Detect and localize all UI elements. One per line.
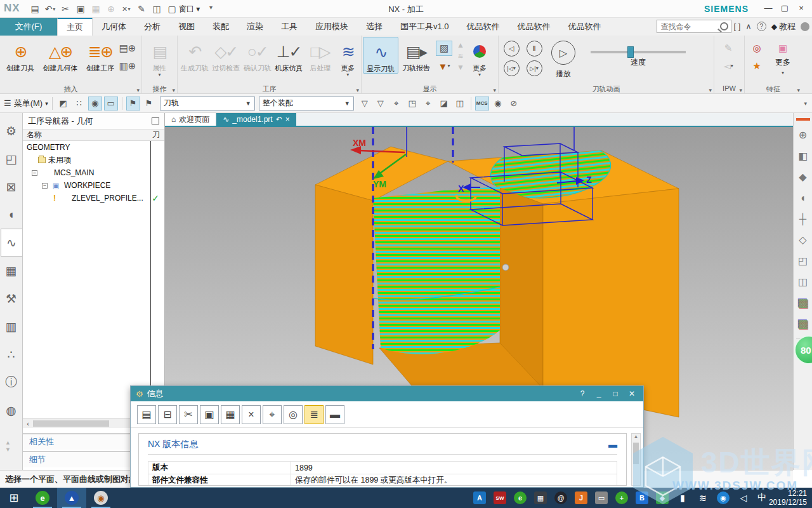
qr-thumbnail-1[interactable]: ▩ [796, 292, 811, 313]
feature-box-icon[interactable]: ▣ [775, 41, 791, 56]
tutorial-button[interactable]: ◆教程 [771, 21, 796, 32]
create-tool-button[interactable]: ⊕ 创建刀具 [1, 37, 39, 72]
help-icon[interactable]: ? [757, 22, 766, 31]
properties-button[interactable]: ▤ 属性 ▾ [143, 37, 176, 77]
feature-teach-icon[interactable]: ★ [749, 58, 765, 74]
collapse-icon[interactable]: − [42, 183, 48, 189]
battery-tray-icon[interactable]: ▮ [676, 491, 689, 504]
create-tool-icon[interactable]: ⊕ [796, 124, 811, 145]
safe-eye-tray-icon[interactable]: ◉ [717, 491, 730, 504]
go-start-icon[interactable]: |◁▾ [504, 60, 520, 76]
shaded-view-icon[interactable]: ◪ [437, 97, 451, 110]
at-tray-icon[interactable]: @ [554, 491, 567, 504]
pause-icon[interactable]: Ⅱ [527, 41, 542, 57]
word-wrap-icon[interactable]: ≣ [304, 405, 324, 424]
info-window-titlebar[interactable]: ⚙ 信息 ? _ □ ✕ [131, 386, 643, 401]
scrollbar-thumb[interactable] [633, 443, 639, 464]
fullscreen-icon[interactable]: [ ] [733, 22, 740, 31]
item[interactable]: 几何体 [93, 18, 135, 36]
gouge-check-button[interactable]: ◇✓ 过切检查 [210, 37, 241, 72]
tree-row-mcs-main[interactable]: − ∠ MCS_MAIN [23, 166, 164, 179]
item[interactable]: 分析 [135, 18, 169, 36]
display-tray-icon[interactable]: ▦ [534, 491, 547, 504]
item[interactable]: 优品软件 [509, 18, 560, 36]
capture-region-icon[interactable]: ⌖ [390, 97, 403, 110]
information-window[interactable]: ⚙ 信息 ? _ □ ✕ ▤⊟✂▣▦×⌖◎≣▬ NX 版本信息 ▬ 版本 189… [130, 385, 644, 488]
bounding-body-icon[interactable]: ◇ [796, 229, 811, 250]
item[interactable]: 视图 [169, 18, 204, 36]
close-tab-icon[interactable]: × [285, 115, 290, 124]
reload-icon[interactable]: ↶ [276, 115, 282, 124]
tree-row-workpiece[interactable]: − ▣ WORKPIECE [23, 179, 164, 192]
ball-snap-icon[interactable]: ◉ [88, 97, 102, 110]
roles-gear-icon[interactable]: ⚙ [1, 117, 22, 145]
column-header-name[interactable]: 名称 [23, 130, 150, 140]
item[interactable]: 主页 [57, 18, 93, 36]
tab-welcome-page[interactable]: ⌂ 欢迎页面 [165, 113, 216, 126]
point-target-icon[interactable]: ⌖ [421, 97, 435, 110]
pin-purple-icon[interactable]: ⚑ [142, 97, 156, 110]
item[interactable]: 渲染 [238, 18, 272, 36]
info-help-icon[interactable]: ? [576, 389, 589, 398]
box-target-icon[interactable]: ◳ [405, 97, 419, 110]
constraint-navigator-icon[interactable]: ⊠ [1, 173, 22, 201]
info-restore-icon[interactable]: □ [609, 389, 622, 398]
close-button[interactable]: × [793, 0, 809, 15]
tab-model1[interactable]: ∿ _model1.prt ↶ × [216, 113, 296, 126]
save-info-icon[interactable]: ▤ [137, 405, 156, 424]
item[interactable]: 优品软件 [560, 18, 610, 36]
java-tray-icon[interactable]: J [575, 491, 587, 504]
display-more-button[interactable]: 更多 ▾ [467, 37, 492, 77]
column-header-toolpath[interactable]: 刀 [150, 130, 160, 140]
item[interactable]: 优品软件 [458, 18, 509, 36]
section-curve-icon[interactable]: ┼ [796, 208, 811, 229]
cut-icon[interactable]: ✂ [179, 405, 198, 424]
pin-red-icon[interactable]: ⚑ [126, 97, 140, 110]
paste-icon[interactable]: ▦ [221, 405, 240, 424]
sheet-surface-icon[interactable]: ◧ [796, 145, 811, 166]
dependencies-browser-icon[interactable]: ∴ [1, 340, 22, 368]
start-button[interactable]: ⊞ [0, 488, 28, 508]
item[interactable]: 应用模块 [306, 18, 357, 36]
antivirus-tray-icon[interactable]: + [615, 491, 628, 504]
cut-region-icon[interactable]: ▨ [436, 41, 452, 56]
create-geometry-button[interactable]: △⊕ 创建几何体 [39, 37, 81, 72]
scope-filter-select[interactable]: 整个装配▼ [259, 97, 354, 110]
unpin-icon[interactable] [152, 117, 159, 124]
machine-tool-navigator-icon[interactable]: ▦ [1, 257, 22, 284]
selection-filter-icon[interactable]: ◩ [56, 97, 70, 110]
wifi-tray-icon[interactable]: ≋ [697, 491, 709, 504]
ruler-snap-icon[interactable]: ▭ [104, 97, 118, 110]
machine-simulation-button[interactable]: ⊥✓ 机床仿真 [273, 37, 304, 72]
filter-funnel-icon[interactable]: ▽ [358, 97, 372, 110]
item[interactable]: 国平工具v1.0 [391, 18, 458, 36]
item[interactable]: 工具 [272, 18, 306, 36]
filter-reset-icon[interactable]: ▽ [374, 97, 388, 110]
collapse-icon[interactable]: − [32, 170, 37, 176]
part-module-icon[interactable]: ◫ [796, 271, 811, 292]
toolbar-overflow-icon[interactable]: ▾ [804, 100, 807, 107]
item[interactable]: 装配 [204, 18, 238, 36]
menu-button[interactable]: ☰菜单(M)▾ [4, 98, 48, 109]
taskbar-clock[interactable]: 12:21 2019/12/15 [769, 489, 807, 507]
scroll-left-icon[interactable]: ‹ [23, 420, 33, 427]
info-icon[interactable]: ⓘ [1, 368, 22, 396]
datum-plane-icon[interactable]: ◆ [796, 166, 811, 187]
target-icon[interactable]: ⌖ [263, 405, 282, 424]
step-back-icon[interactable]: ◁ [504, 41, 520, 57]
vm-tray-icon[interactable]: ▭ [595, 491, 608, 504]
info-close-icon[interactable]: ✕ [625, 389, 638, 398]
scrollbar-thumb[interactable] [33, 420, 109, 427]
taskbar-app-browser[interactable]: e [28, 488, 57, 508]
feature-search-icon[interactable]: ◎ [749, 41, 765, 56]
snap-point-icon[interactable]: ∷ [72, 97, 86, 110]
show-eye-icon[interactable]: ◉ [491, 97, 505, 110]
move-up-icon[interactable]: ▲ [457, 41, 464, 50]
shield-tray-icon[interactable]: ◆ [656, 491, 669, 504]
template-library-icon[interactable]: ▥ [1, 312, 22, 340]
web-browser-icon[interactable]: ◍ [1, 396, 22, 424]
bluetooth-tray-icon[interactable]: B [636, 491, 648, 504]
speed-slider[interactable] [591, 51, 686, 53]
copy-icon[interactable]: ▣ [200, 405, 219, 424]
info-minimize-icon[interactable]: _ [593, 389, 605, 398]
